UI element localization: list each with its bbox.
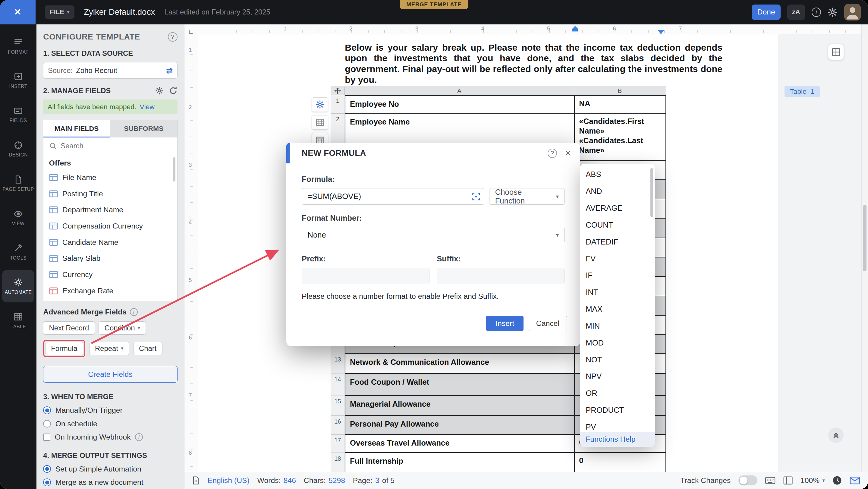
function-option-mod[interactable]: MOD [580, 334, 655, 351]
create-fields-button[interactable]: Create Fields [43, 366, 177, 383]
table-grid-button[interactable] [312, 115, 328, 130]
table-cell-label[interactable]: Managerial Allowance [345, 396, 574, 416]
info-icon[interactable]: i [135, 433, 143, 441]
table-move-handle[interactable] [331, 87, 345, 95]
right-indent-marker[interactable] [658, 26, 664, 36]
page-view-button[interactable] [828, 44, 844, 60]
scroll-to-top-button[interactable] [828, 428, 844, 443]
page-layout-button[interactable] [783, 476, 793, 485]
track-changes-toggle[interactable] [738, 476, 757, 485]
modal-help-icon[interactable]: ? [548, 149, 557, 158]
field-item-compensation-currency[interactable]: Compensation Currency [43, 218, 177, 234]
option-simple-automation[interactable]: Set up Simple Automation [43, 465, 177, 473]
table-cell-label[interactable]: Employee No [345, 95, 574, 114]
translate-button[interactable]: zA [787, 4, 805, 20]
option-manual-trigger[interactable]: Manually/On Trigger [43, 406, 177, 415]
zoom-control[interactable]: 100% ▾ [801, 476, 825, 485]
column-header-b[interactable]: B [574, 87, 666, 95]
field-item-file-name[interactable]: File Name [43, 170, 177, 186]
sidebar-item-fields[interactable]: FIELDS [2, 99, 34, 131]
function-option-product[interactable]: PRODUCT [580, 402, 655, 419]
repeat-button[interactable]: Repeat▾ [89, 342, 129, 356]
function-option-datedif[interactable]: DATEDIF [580, 233, 655, 250]
field-item-salary-slab[interactable]: Salary Slab [43, 250, 177, 267]
sidebar-item-tools[interactable]: TOOLS [2, 236, 34, 268]
function-option-if[interactable]: IF [580, 267, 655, 284]
language-selector[interactable]: English (US) [208, 476, 250, 485]
sidebar-item-view[interactable]: VIEW [2, 202, 34, 234]
functions-help-link[interactable]: Functions Help [580, 432, 655, 447]
file-menu-button[interactable]: FILE ▾ [45, 5, 74, 19]
function-option-int[interactable]: INT [580, 284, 655, 301]
field-picker-icon[interactable] [472, 192, 480, 203]
dropdown-scrollbar[interactable] [650, 168, 653, 217]
option-incoming-webhook[interactable]: On Incoming Webhook i [43, 433, 177, 441]
table-cell-label[interactable]: Overseas Travel Allowance [345, 435, 574, 453]
scrollbar-thumb[interactable] [863, 205, 867, 271]
radio-selected-icon[interactable] [43, 465, 51, 473]
function-option-fv[interactable]: FV [580, 250, 655, 267]
table-name-chip[interactable]: Table_1 [784, 86, 820, 97]
field-item-candidate-name[interactable]: Candidate Name [43, 234, 177, 250]
insert-button[interactable]: Insert [486, 316, 524, 331]
tab-main-fields[interactable]: MAIN FIELDS [43, 120, 110, 137]
function-option-average[interactable]: AVERAGE [580, 200, 655, 217]
tab-subforms[interactable]: SUBFORMS [110, 120, 178, 137]
keyboard-shortcuts-button[interactable] [765, 477, 775, 485]
document-title[interactable]: Zylker Default.docx [84, 7, 155, 17]
function-option-not[interactable]: NOT [580, 351, 655, 368]
field-item-currency[interactable]: Currency [43, 267, 177, 283]
word-count[interactable]: Words: 846 [257, 476, 296, 485]
settings-button[interactable] [828, 7, 838, 17]
radio-selected-icon[interactable] [43, 406, 51, 414]
function-option-max[interactable]: MAX [580, 301, 655, 318]
function-option-abs[interactable]: ABS [580, 166, 655, 183]
format-number-select[interactable]: None ▾ [302, 227, 564, 243]
function-option-min[interactable]: MIN [580, 317, 655, 334]
help-icon[interactable]: ? [168, 32, 177, 41]
cancel-button[interactable]: Cancel [529, 316, 567, 331]
field-item-posting-title[interactable]: Posting Title [43, 186, 177, 202]
next-record-button[interactable]: Next Record [43, 322, 95, 335]
info-icon[interactable]: i [130, 308, 138, 316]
modal-close-icon[interactable]: ✕ [565, 149, 571, 158]
change-source-icon[interactable]: ⇄ [166, 66, 173, 75]
sidebar-item-table[interactable]: TABLE [2, 305, 34, 337]
document-paragraph[interactable]: Below is your salary break up. Please no… [345, 42, 722, 85]
fields-settings-button[interactable] [155, 87, 164, 95]
sidebar-item-automate[interactable]: AUTOMATE [2, 270, 34, 302]
field-item-exchange-rate[interactable]: Exchange Rate [43, 283, 177, 299]
checkbox-icon[interactable] [43, 433, 50, 441]
sidebar-item-format[interactable]: FORMAT [2, 30, 34, 62]
function-option-npv[interactable]: NPV [580, 368, 655, 385]
mail-merge-button[interactable] [849, 476, 860, 485]
info-button[interactable]: i [812, 7, 821, 17]
indent-marker[interactable] [572, 25, 578, 36]
new-page-button[interactable] [192, 476, 200, 485]
choose-function-dropdown[interactable]: Choose Function ▾ [489, 188, 564, 205]
field-search[interactable] [43, 137, 177, 155]
table-cell-label[interactable]: Food Coupon / Wallet [345, 374, 574, 396]
radio-icon[interactable] [43, 420, 51, 428]
radio-selected-icon[interactable] [43, 479, 51, 486]
vertical-ruler[interactable]: 12345678 [184, 34, 198, 472]
refresh-fields-button[interactable] [169, 87, 178, 95]
page-indicator[interactable]: Page: 3 of 5 [353, 476, 395, 485]
vertical-scrollbar[interactable] [861, 24, 868, 472]
formula-button[interactable]: Formula [45, 342, 83, 356]
option-on-schedule[interactable]: On schedule [43, 420, 177, 428]
table-cell-value[interactable]: «Candidates.First Name» «Candidates.Last… [574, 114, 666, 161]
char-count[interactable]: Chars: 5298 [304, 476, 345, 485]
sidebar-item-page-setup[interactable]: PAGE SETUP [2, 167, 34, 200]
table-cell-value[interactable]: NA [574, 95, 666, 114]
table-settings-button[interactable] [312, 97, 328, 112]
chart-button[interactable]: Chart [133, 342, 162, 356]
function-option-and[interactable]: AND [580, 183, 655, 200]
history-button[interactable] [832, 476, 842, 485]
column-header-a[interactable]: A [345, 87, 574, 95]
prefix-input[interactable] [302, 268, 430, 284]
condition-button[interactable]: Condition▾ [98, 322, 146, 335]
horizontal-ruler[interactable]: 1234567 [184, 24, 861, 34]
view-mapping-link[interactable]: View [140, 103, 155, 111]
sidebar-item-design[interactable]: DESIGN [2, 133, 34, 165]
